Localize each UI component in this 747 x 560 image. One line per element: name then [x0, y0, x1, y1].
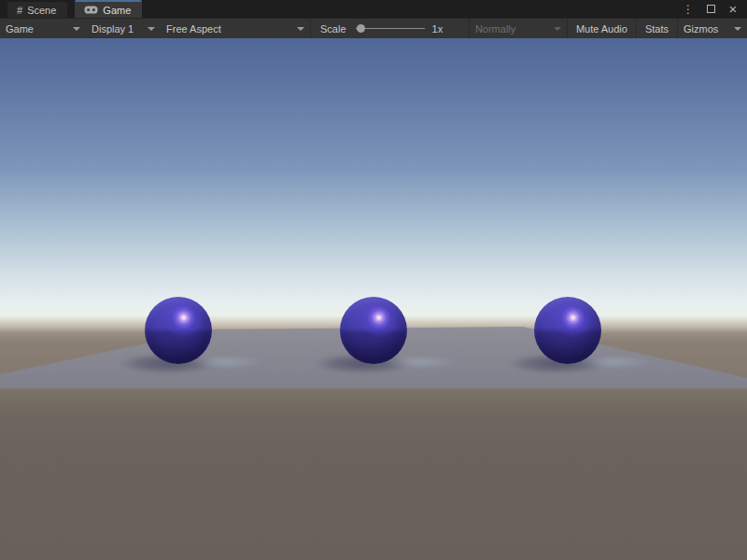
- more-options-icon[interactable]: ⋮: [682, 3, 695, 16]
- tab-scene-label: Scene: [27, 5, 56, 16]
- play-mode-label: Normally: [475, 23, 515, 35]
- aspect-ratio-label: Free Aspect: [166, 23, 221, 35]
- game-viewport[interactable]: [0, 38, 747, 560]
- window-controls: ⋮ ×: [682, 0, 747, 18]
- gizmos-dropdown[interactable]: Gizmos: [678, 19, 747, 39]
- stats-button[interactable]: Stats: [637, 19, 677, 39]
- slider-knob[interactable]: [357, 24, 365, 33]
- chevron-down-icon: [148, 27, 155, 31]
- sphere: [534, 297, 601, 364]
- chevron-down-icon: [734, 27, 741, 31]
- play-mode-dropdown[interactable]: Normally: [470, 19, 567, 39]
- chevron-down-icon: [73, 27, 80, 31]
- game-mode-dropdown[interactable]: Game: [0, 19, 86, 39]
- aspect-ratio-dropdown[interactable]: Free Aspect: [161, 19, 310, 39]
- tab-scene[interactable]: # Scene: [7, 2, 67, 18]
- sphere: [145, 297, 212, 364]
- game-controller-icon: [84, 6, 98, 14]
- mute-audio-label: Mute Audio: [576, 23, 627, 35]
- tab-game-label: Game: [103, 5, 131, 16]
- gizmos-label: Gizmos: [684, 23, 718, 35]
- scale-value: 1x: [432, 23, 444, 35]
- stats-label: Stats: [645, 23, 669, 35]
- display-dropdown[interactable]: Display 1: [86, 19, 161, 39]
- scene-grid-icon: #: [17, 5, 22, 16]
- display-label: Display 1: [92, 23, 134, 35]
- close-icon[interactable]: ×: [726, 3, 740, 16]
- slider-track[interactable]: [356, 28, 425, 29]
- tab-game[interactable]: Game: [75, 0, 142, 18]
- scale-slider[interactable]: [354, 19, 427, 39]
- maximize-box-glyph: [707, 5, 715, 13]
- game-mode-label: Game: [6, 23, 34, 35]
- tab-bar: # Scene Game ⋮ ×: [0, 0, 747, 18]
- game-view-toolbar: Game Display 1 Free Aspect Scale 1x Norm…: [0, 18, 747, 38]
- sphere: [340, 297, 407, 364]
- unity-game-window: # Scene Game ⋮ × Game Display 1: [0, 0, 747, 560]
- toolbar-right-group: Normally Mute Audio Stats Gizmos: [469, 19, 747, 39]
- maximize-icon[interactable]: [704, 3, 717, 16]
- chevron-down-icon: [554, 27, 561, 31]
- chevron-down-icon: [297, 27, 304, 31]
- scale-label: Scale: [320, 23, 346, 35]
- scale-control: Scale 1x: [311, 19, 456, 39]
- mute-audio-button[interactable]: Mute Audio: [568, 19, 636, 39]
